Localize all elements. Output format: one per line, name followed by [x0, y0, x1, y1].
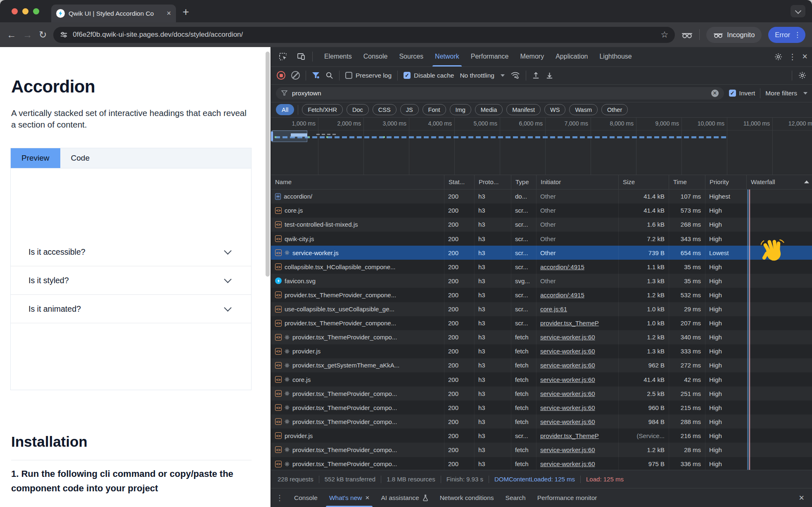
search-icon[interactable] — [325, 71, 333, 79]
column-header-type[interactable]: Type — [511, 175, 537, 189]
tab-close-icon[interactable]: × — [166, 9, 171, 18]
initiator-link[interactable]: service-worker.js:60 — [540, 390, 595, 397]
table-row[interactable]: <>provider.tsx_ThemeProvider_compone...2… — [271, 288, 812, 302]
filter-chip-font[interactable]: Font — [423, 104, 446, 115]
overview-selection-handle[interactable] — [271, 131, 273, 141]
throttling-dropdown[interactable]: No throttling — [460, 72, 505, 79]
preserve-log-checkbox[interactable] — [345, 72, 352, 79]
filter-input[interactable]: proxytown ✕ — [276, 87, 724, 100]
forward-button[interactable]: → — [23, 30, 32, 40]
table-row[interactable]: <>collapsible.tsx_HCollapsible_compone..… — [271, 260, 812, 274]
accordion-item[interactable]: Is it animated? — [11, 295, 251, 323]
table-row[interactable]: <>provider.tsx_ThemeProvider_compone...2… — [271, 316, 812, 330]
filter-value[interactable]: proxytown — [292, 90, 321, 97]
table-row[interactable]: favicon.svg200h3svg...Other1.3 kB35 msHi… — [271, 274, 812, 288]
column-header-size[interactable]: Size — [619, 175, 669, 189]
filter-chip-all[interactable]: All — [276, 104, 294, 115]
initiator-link[interactable]: service-worker.js:60 — [540, 362, 595, 369]
initiator-link[interactable]: service-worker.js:60 — [540, 404, 595, 411]
filter-funnel-icon[interactable] — [312, 72, 320, 79]
initiator-link[interactable]: service-worker.js:60 — [540, 376, 595, 383]
network-overview[interactable]: 1,000 ms2,000 ms3,000 ms4,000 ms5,000 ms… — [271, 118, 812, 175]
table-row[interactable]: <>test-controlled-list-mixed.js200h3scr.… — [271, 218, 812, 232]
drawer-tab-search[interactable]: Search — [500, 488, 532, 507]
initiator-link[interactable]: accordion/:4915 — [540, 263, 584, 270]
column-header-time[interactable]: Time — [669, 175, 705, 189]
clear-button[interactable] — [291, 71, 300, 80]
filter-chip-js[interactable]: JS — [400, 104, 419, 115]
network-conditions-icon[interactable] — [510, 71, 520, 79]
initiator-link[interactable]: provider.tsx_ThemeP — [540, 320, 599, 327]
address-bar[interactable]: 0f6e2f0b.qwik-ui-site.pages.dev/docs/sty… — [53, 27, 675, 43]
table-row[interactable]: <>core.js200h3scr...Other41.4 kB573 msHi… — [271, 204, 812, 218]
device-toolbar-icon[interactable] — [294, 50, 308, 63]
column-header-waterfall[interactable]: Waterfall — [747, 175, 812, 189]
column-header-stat[interactable]: Stat... — [444, 175, 475, 189]
disable-cache-checkbox[interactable]: ✓ — [404, 72, 411, 79]
devtools-settings-gear-icon[interactable] — [774, 52, 783, 61]
devtools-tab-elements[interactable]: Elements — [318, 47, 358, 66]
drawer-close-icon[interactable]: × — [799, 493, 807, 503]
column-header-priority[interactable]: Priority — [705, 175, 747, 189]
devtools-tab-console[interactable]: Console — [358, 47, 394, 66]
devtools-close-icon[interactable]: × — [802, 52, 807, 61]
filter-chip-wasm[interactable]: Wasm — [569, 104, 598, 115]
initiator-link[interactable]: service-worker.js:60 — [540, 334, 595, 341]
browser-tab[interactable]: Qwik UI | Styled Accordion Co × — [51, 5, 176, 22]
devtools-tab-sources[interactable]: Sources — [393, 47, 429, 66]
devtools-tab-application[interactable]: Application — [550, 47, 594, 66]
more-menu-icon[interactable]: ⋮ — [794, 31, 801, 39]
initiator-link[interactable]: service-worker.js:60 — [540, 418, 595, 425]
close-window-button[interactable] — [12, 8, 18, 14]
column-header-proto[interactable]: Proto... — [475, 175, 511, 189]
error-button[interactable]: Error ⋮ — [768, 27, 805, 43]
drawer-tab-networkconditions[interactable]: Network conditions — [434, 488, 500, 507]
column-header-name[interactable]: Name — [271, 175, 444, 189]
accordion-item[interactable]: Is it styled? — [11, 266, 251, 295]
bookmark-star-icon[interactable]: ☆ — [661, 30, 669, 40]
initiator-link[interactable]: core.js:61 — [540, 306, 567, 313]
back-button[interactable]: ← — [7, 30, 16, 40]
filter-chip-ws[interactable]: WS — [544, 104, 565, 115]
drawer-tab-aiassistance[interactable]: AI assistance — [375, 488, 434, 507]
site-settings-icon[interactable] — [60, 31, 68, 39]
drawer-tab-performancemonitor[interactable]: Performance monitor — [532, 488, 603, 507]
devtools-tab-memory[interactable]: Memory — [514, 47, 550, 66]
table-row[interactable]: <>provider.tsx_ThemeProvider_compo...200… — [271, 443, 812, 457]
initiator-link[interactable]: provider.tsx_ThemeP — [540, 432, 599, 439]
inspect-element-icon[interactable] — [276, 50, 290, 63]
filter-chip-other[interactable]: Other — [601, 104, 628, 115]
maximize-window-button[interactable] — [33, 8, 39, 14]
filter-chip-css[interactable]: CSS — [373, 104, 397, 115]
tab-preview[interactable]: Preview — [11, 148, 60, 168]
drawer-tab-console[interactable]: Console — [288, 488, 323, 507]
incognito-glasses-icon[interactable] — [681, 31, 693, 38]
devtools-tab-lighthouse[interactable]: Lighthouse — [594, 47, 637, 66]
invert-checkbox[interactable]: ✓ — [729, 90, 736, 97]
new-tab-button[interactable]: + — [183, 6, 189, 19]
filter-chip-manifest[interactable]: Manifest — [506, 104, 541, 115]
tab-code[interactable]: Code — [60, 148, 100, 168]
preserve-log-control[interactable]: Preserve log — [345, 72, 392, 79]
table-row[interactable]: <>use-collapsible.tsx_useCollapsible_ge.… — [271, 302, 812, 316]
table-row[interactable]: <>provider.tsx_ThemeProvider_compo...200… — [271, 386, 812, 400]
devtools-tab-network[interactable]: Network — [429, 47, 465, 66]
network-settings-gear-icon[interactable] — [798, 71, 807, 80]
initiator-link[interactable]: service-worker.js:60 — [540, 446, 595, 453]
import-har-icon[interactable] — [532, 71, 540, 80]
clear-filter-icon[interactable]: ✕ — [711, 90, 719, 97]
url-text[interactable]: 0f6e2f0b.qwik-ui-site.pages.dev/docs/sty… — [73, 31, 243, 39]
table-row[interactable]: <>service-worker.js200h3scr...Other739 B… — [271, 246, 812, 260]
minimize-window-button[interactable] — [22, 8, 28, 14]
table-row[interactable]: <>provider.js200h3fetchservice-worker.js… — [271, 344, 812, 358]
search-tabs-button[interactable] — [791, 5, 805, 17]
table-row[interactable]: <>qwik-city.js200h3scr...Other7.2 kB343 … — [271, 232, 812, 246]
drawer-tab-whatsnew[interactable]: What's new× — [323, 488, 375, 507]
table-row[interactable]: <>provider.tsx_ThemeProvider_compo...200… — [271, 415, 812, 429]
invert-control[interactable]: ✓ Invert — [729, 90, 755, 97]
initiator-link[interactable]: service-worker.js:60 — [540, 348, 595, 355]
table-row[interactable]: <>provider.tsx_ThemeProvider_compo...200… — [271, 400, 812, 415]
accordion-item[interactable]: Is it accessible? — [11, 238, 251, 266]
table-row[interactable]: accordion/200h3do...Other41.4 kB107 msHi… — [271, 190, 812, 204]
reload-button[interactable]: ↻ — [39, 30, 47, 40]
